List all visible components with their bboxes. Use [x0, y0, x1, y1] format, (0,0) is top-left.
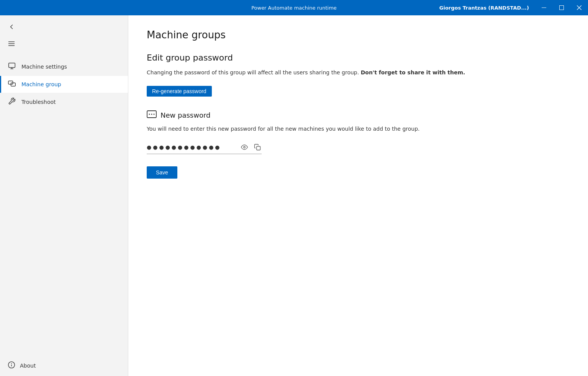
svg-point-18	[154, 114, 155, 115]
show-password-button[interactable]	[240, 143, 249, 151]
minimize-icon	[542, 5, 546, 10]
titlebar-user: Giorgos Trantzas (RANDSTAD...)	[439, 5, 535, 11]
main-content: Machine groups Edit group password Chang…	[128, 15, 588, 376]
svg-rect-10	[8, 81, 13, 84]
titlebar-controls: Giorgos Trantzas (RANDSTAD...)	[439, 0, 588, 15]
monitor-icon	[8, 62, 16, 71]
section-title: Edit group password	[147, 53, 570, 62]
machine-group-label: Machine group	[21, 81, 61, 87]
sidebar-item-machine-settings[interactable]: Machine settings	[0, 58, 128, 75]
svg-point-16	[149, 114, 150, 115]
eye-icon	[241, 144, 248, 151]
sidebar: Machine settings Machine group	[0, 15, 128, 376]
svg-rect-7	[9, 63, 15, 68]
sidebar-item-machine-group[interactable]: Machine group	[0, 76, 128, 93]
app-body: Machine settings Machine group	[0, 15, 588, 376]
sidebar-nav: Machine settings Machine group	[0, 55, 128, 113]
copy-icon	[254, 144, 261, 151]
back-icon	[8, 23, 15, 31]
back-button[interactable]	[6, 20, 20, 34]
troubleshoot-label: Troubleshoot	[21, 99, 56, 105]
save-button[interactable]: Save	[147, 166, 177, 179]
svg-point-17	[151, 114, 152, 115]
machine-settings-label: Machine settings	[21, 64, 67, 70]
hamburger-button[interactable]	[6, 37, 20, 51]
password-section-desc: You will need to enter this new password…	[147, 125, 570, 133]
svg-rect-1	[560, 6, 564, 10]
titlebar: Power Automate machine runtime Giorgos T…	[0, 0, 588, 15]
description-bold: Don't forget to share it with them.	[361, 69, 465, 76]
sidebar-top	[0, 15, 128, 55]
regen-password-button[interactable]: Re-generate password	[147, 86, 212, 97]
copy-password-button[interactable]	[253, 143, 262, 151]
password-section-header: New password	[147, 110, 570, 120]
maximize-button[interactable]	[553, 0, 570, 15]
close-icon	[577, 5, 581, 10]
description-text: Changing the password of this group will…	[147, 69, 570, 77]
hamburger-icon	[8, 40, 15, 48]
password-value: ●●●●●●●●●●●●	[147, 144, 236, 150]
titlebar-title: Power Automate machine runtime	[251, 5, 337, 11]
about-label: About	[20, 363, 36, 369]
maximize-icon	[559, 5, 564, 10]
password-icon	[147, 110, 157, 120]
sidebar-item-troubleshoot[interactable]: Troubleshoot	[0, 94, 128, 110]
password-section-title: New password	[161, 111, 210, 119]
svg-rect-0	[542, 8, 546, 8]
machine-group-icon	[8, 80, 16, 89]
svg-rect-11	[11, 83, 16, 86]
svg-rect-20	[257, 146, 260, 150]
svg-point-19	[244, 146, 246, 148]
close-button[interactable]	[570, 0, 588, 15]
page-title: Machine groups	[147, 29, 570, 41]
troubleshoot-icon	[8, 97, 16, 107]
sidebar-item-about[interactable]: About	[0, 355, 128, 376]
minimize-button[interactable]	[535, 0, 553, 15]
about-icon	[8, 361, 15, 370]
password-field-row: ●●●●●●●●●●●●	[147, 141, 262, 154]
